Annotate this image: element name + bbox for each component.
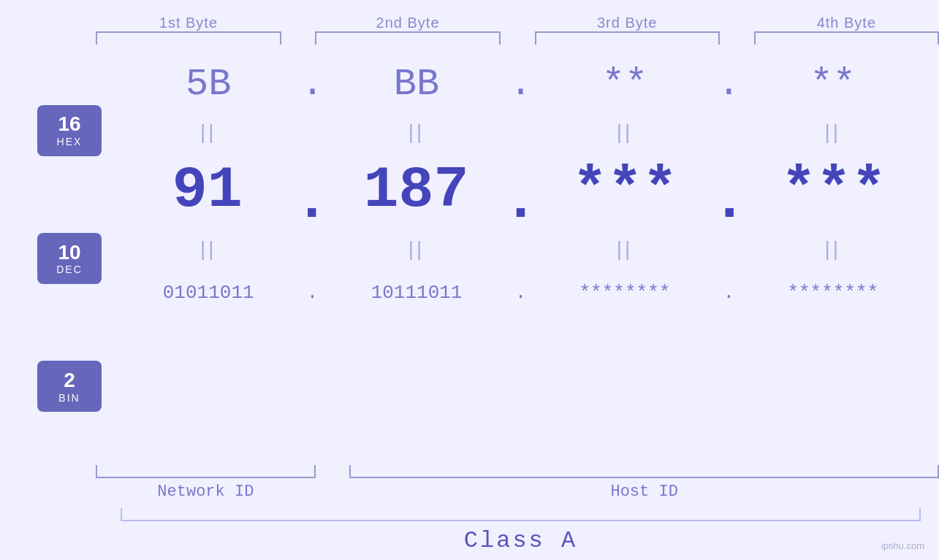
- equals-row-1: || || || ||: [121, 118, 921, 147]
- bracket-byte1: [96, 31, 281, 45]
- dot-dec-3: .: [712, 150, 747, 231]
- network-id-label: Network ID: [96, 478, 315, 505]
- dec-badge: 10 DEC: [37, 233, 102, 284]
- watermark: ipshu.com: [881, 540, 924, 551]
- eq2-b1: ||: [121, 237, 296, 261]
- bracket-byte3: [535, 31, 720, 45]
- class-bracket: [121, 508, 921, 521]
- dot-hex-1: .: [296, 66, 329, 104]
- class-a-label: Class A: [121, 521, 921, 560]
- byte-headers: 1st Byte 2nd Byte 3rd Byte 4th Byte: [0, 0, 939, 31]
- dot-hex-2: .: [504, 66, 537, 104]
- top-brackets: [0, 31, 939, 45]
- hex-number: 16: [58, 113, 80, 136]
- eq1-b3: ||: [537, 120, 712, 144]
- bottom-bracket-host: [349, 465, 939, 478]
- byte2-header: 2nd Byte: [315, 15, 500, 31]
- hex-row: 5B . BB . ** . **: [121, 52, 921, 118]
- dot-hex-3: .: [712, 66, 745, 104]
- bin-badge: 2 BIN: [37, 361, 102, 412]
- eq2-b2: ||: [329, 237, 504, 261]
- bottom-labels: Network ID Host ID: [0, 478, 939, 505]
- label-column: 16 HEX 10 DEC 2 BIN: [18, 52, 121, 465]
- dot-bin-2: .: [504, 283, 537, 302]
- dec-b3: ***: [539, 161, 712, 220]
- eq1-b4: ||: [745, 120, 921, 144]
- bin-b1: 01011011: [121, 283, 296, 302]
- equals-row-2: || || || ||: [121, 234, 921, 264]
- main-container: 1st Byte 2nd Byte 3rd Byte 4th Byte 16 H…: [0, 0, 939, 560]
- byte1-header: 1st Byte: [96, 15, 281, 31]
- bin-row: 01011011 . 10111011 . ******** .: [121, 264, 921, 322]
- bin-b3: ********: [537, 283, 712, 302]
- hex-b2: BB: [329, 66, 504, 104]
- dec-b4: ***: [747, 161, 921, 220]
- hex-b1: 5B: [121, 66, 296, 104]
- dec-row: 91 . 187 . *** . ***: [121, 147, 921, 234]
- class-bracket-row: [0, 508, 939, 521]
- dec-label: DEC: [56, 264, 83, 275]
- bottom-section: Network ID Host ID Class A: [0, 465, 939, 560]
- host-id-label: Host ID: [349, 478, 939, 505]
- bin-number: 2: [64, 369, 75, 392]
- bracket-byte2: [315, 31, 500, 45]
- hex-b4: **: [745, 66, 921, 104]
- dot-bin-1: .: [296, 283, 329, 302]
- eq1-b1: ||: [121, 120, 296, 144]
- byte3-header: 3rd Byte: [535, 15, 720, 31]
- dec-b2: 187: [330, 161, 503, 220]
- hex-label: HEX: [57, 136, 83, 147]
- bin-b4: ********: [745, 283, 921, 302]
- class-a-row: Class A: [0, 521, 939, 560]
- dec-b1: 91: [121, 161, 294, 220]
- dot-bin-3: .: [712, 283, 745, 302]
- dot-dec-2: .: [503, 150, 538, 231]
- hex-badge: 16 HEX: [37, 105, 102, 156]
- bin-label: BIN: [58, 392, 80, 404]
- hex-b3: **: [537, 66, 712, 104]
- eq1-b2: ||: [329, 120, 504, 144]
- dec-number: 10: [58, 242, 80, 264]
- byte4-header: 4th Byte: [754, 15, 939, 31]
- eq2-b3: ||: [537, 237, 712, 261]
- dot-dec-1: .: [294, 150, 330, 231]
- bin-b2: 10111011: [329, 283, 504, 302]
- bottom-bracket-row: [0, 465, 939, 478]
- bracket-byte4: [754, 31, 939, 45]
- eq2-b4: ||: [745, 237, 921, 261]
- bottom-bracket-network: [96, 465, 315, 478]
